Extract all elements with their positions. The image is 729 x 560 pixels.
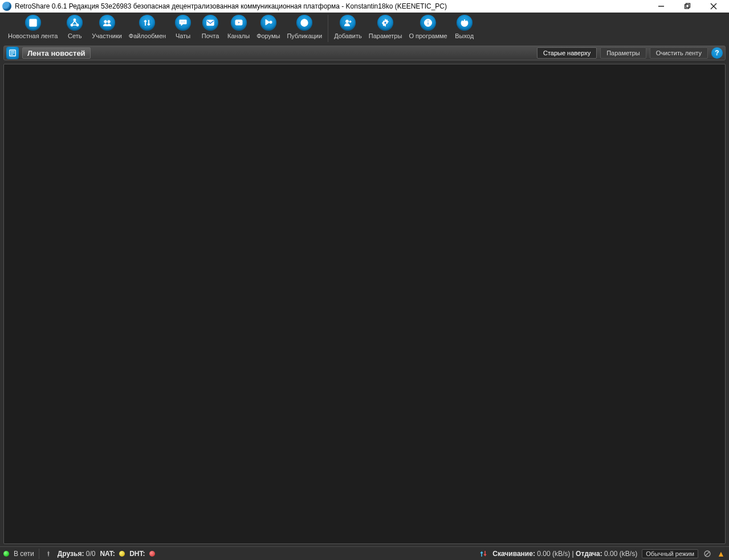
download-label: Скачивание:: [492, 550, 535, 558]
network-button[interactable]: Сеть: [61, 14, 88, 40]
sort-old-on-top-button[interactable]: Старые наверху: [537, 47, 597, 59]
transfer-icon: [139, 15, 155, 31]
channel-icon: [231, 15, 247, 31]
dht-status-icon: [149, 551, 155, 557]
sound-disabled-icon[interactable]: [703, 549, 712, 558]
dht-label: DHT:: [129, 550, 145, 558]
svg-line-13: [75, 21, 78, 24]
file-share-label: Файлообмен: [129, 32, 166, 39]
file-share-button[interactable]: Файлообмен: [125, 14, 169, 40]
settings-button[interactable]: Параметры: [365, 14, 406, 40]
window-minimize-button[interactable]: [648, 0, 674, 13]
info-icon: [420, 15, 436, 31]
forums-button[interactable]: Форумы: [253, 14, 283, 40]
help-icon[interactable]: ?: [711, 47, 723, 59]
transfer-icon: [479, 549, 488, 558]
exit-button[interactable]: Выход: [451, 14, 478, 40]
svg-point-19: [184, 22, 185, 23]
svg-line-40: [705, 551, 710, 556]
globe-icon: [296, 15, 312, 31]
window-titlebar: RetroShare 0.6.1 Редакция 53e26983 безоп…: [0, 0, 729, 13]
online-status-icon: [3, 551, 9, 557]
network-icon: [67, 15, 83, 31]
add-label: Добавить: [334, 32, 362, 39]
about-label: О программе: [409, 32, 447, 39]
status-bar: В сети Друзья: 0/0 NAT: DHT: Скачивание:…: [0, 546, 729, 560]
forum-icon: [260, 15, 276, 31]
people-button[interactable]: Участники: [88, 14, 125, 40]
svg-rect-33: [427, 22, 429, 25]
channels-button[interactable]: Каналы: [224, 14, 253, 40]
svg-rect-23: [270, 21, 272, 23]
about-button[interactable]: О программе: [405, 14, 450, 40]
feed-title: Лента новостей: [27, 49, 85, 58]
mail-label: Почта: [202, 32, 219, 39]
pin-icon: [44, 549, 53, 558]
friends-count: 0/0: [86, 550, 96, 558]
download-value: 0.00 (kB/s): [537, 550, 570, 558]
warning-icon[interactable]: ▲: [716, 549, 726, 558]
nat-label: NAT:: [100, 550, 115, 558]
feed-header-bar: Лента новостей Старые наверху Параметры …: [3, 46, 726, 60]
friends-label: Друзья:: [58, 550, 84, 558]
mail-button[interactable]: Почта: [197, 14, 224, 40]
nat-status-icon: [119, 551, 125, 557]
network-label: Сеть: [68, 32, 82, 39]
toolbar-separator: [328, 15, 328, 42]
gear-icon: [377, 15, 393, 31]
newspaper-icon: [6, 47, 19, 59]
svg-point-16: [107, 21, 110, 23]
window-maximize-button[interactable]: [674, 0, 701, 13]
app-icon: [2, 2, 11, 11]
people-icon: [99, 15, 115, 31]
svg-point-18: [182, 22, 184, 23]
online-status-label: В сети: [14, 550, 34, 558]
window-close-button[interactable]: [701, 0, 727, 13]
people-label: Участники: [92, 32, 122, 39]
chats-label: Чаты: [176, 32, 190, 39]
newspaper-icon: [25, 15, 41, 31]
add-user-icon: [340, 15, 356, 31]
svg-point-9: [74, 19, 76, 21]
forums-label: Форумы: [256, 32, 280, 39]
svg-point-27: [346, 20, 349, 23]
svg-rect-38: [48, 555, 48, 557]
chats-button[interactable]: Чаты: [169, 14, 197, 40]
window-title: RetroShare 0.6.1 Редакция 53e26983 безоп…: [15, 2, 447, 10]
main-toolbar: Новостная лентаСетьУчастникиФайлообменЧа…: [0, 13, 729, 44]
upload-value: 0.00 (kB/s): [604, 550, 637, 558]
svg-point-32: [427, 21, 429, 22]
settings-label: Параметры: [369, 32, 402, 39]
chat-icon: [175, 15, 191, 31]
exit-label: Выход: [455, 32, 474, 39]
news-feed-button[interactable]: Новостная лента: [5, 14, 61, 40]
news-feed-area: [3, 64, 726, 544]
clear-feed-button[interactable]: Очистить ленту: [650, 47, 708, 59]
svg-rect-2: [686, 3, 690, 7]
mode-indicator[interactable]: Обычный режим: [642, 549, 698, 558]
power-icon: [457, 15, 473, 31]
svg-point-17: [181, 22, 182, 23]
svg-line-12: [72, 21, 75, 24]
svg-point-30: [384, 22, 386, 24]
add-button[interactable]: Добавить: [331, 14, 365, 40]
posts-label: Публикации: [287, 32, 322, 39]
news-feed-label: Новостная лента: [8, 32, 58, 39]
separator: |: [572, 550, 574, 558]
upload-label: Отдача:: [576, 550, 602, 558]
posts-button[interactable]: Публикации: [283, 14, 325, 40]
mail-icon: [202, 15, 218, 31]
svg-rect-1: [685, 5, 689, 9]
channels-label: Каналы: [227, 32, 250, 39]
svg-point-15: [104, 21, 107, 23]
feed-settings-button[interactable]: Параметры: [600, 47, 646, 59]
